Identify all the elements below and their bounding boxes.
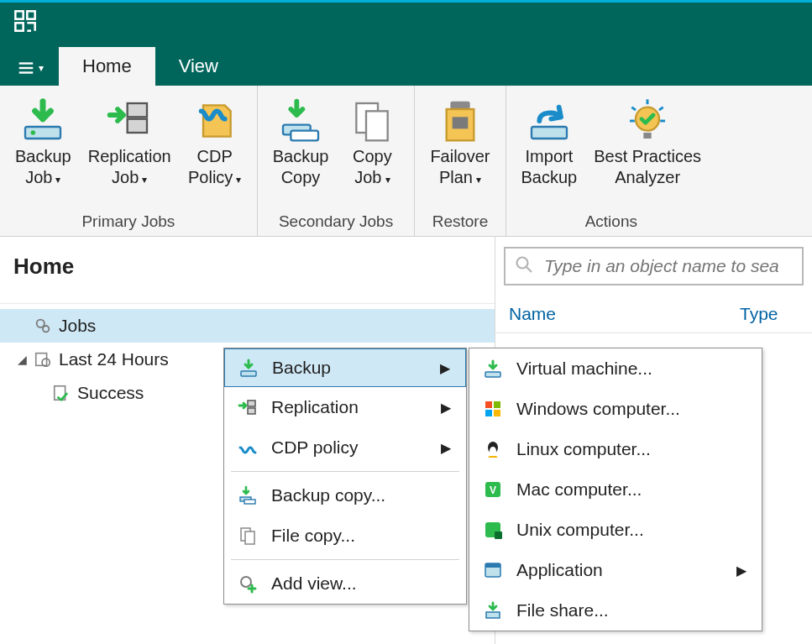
backup-copy-icon: [233, 485, 263, 505]
ribbon-group-label: Primary Jobs: [8, 211, 249, 233]
failover-plan-icon: [437, 97, 484, 144]
ribbon-group-restore: Failover Plan▾ Restore: [415, 86, 506, 236]
menu-item-linux-computer[interactable]: Linux computer...: [469, 429, 762, 469]
menu-label: Linux computer...: [516, 439, 747, 459]
clock-gear-icon: [30, 350, 55, 369]
menu-label: Mac computer...: [516, 479, 747, 500]
svg-text:V: V: [490, 484, 496, 496]
jobs-context-menu: Backup ▶ Replication ▶ CDP policy ▶ Back…: [223, 348, 467, 605]
column-header-name[interactable]: Name: [509, 304, 740, 324]
menu-label: File copy...: [271, 526, 451, 546]
menu-item-cdp-policy[interactable]: CDP policy ▶: [224, 427, 466, 468]
svg-rect-17: [532, 127, 567, 139]
tree-node-jobs[interactable]: Jobs: [0, 309, 495, 343]
main-menu-button[interactable]: ▾: [7, 59, 59, 86]
svg-rect-1: [27, 11, 34, 18]
collapse-icon[interactable]: ◢: [13, 353, 30, 366]
tree-label: Last 24 Hours: [59, 349, 169, 369]
import-backup-icon: [526, 97, 573, 144]
bulb-check-icon: [624, 97, 671, 144]
replication-job-button[interactable]: Replication Job▾: [81, 92, 178, 190]
backup-job-icon: [19, 97, 66, 144]
svg-point-30: [517, 257, 528, 268]
best-practices-analyzer-button[interactable]: Best Practices Analyzer: [587, 92, 708, 190]
svg-line-20: [631, 107, 636, 111]
svg-rect-36: [244, 500, 255, 504]
add-view-icon: [233, 573, 263, 594]
submenu-arrow-icon: ▶: [440, 360, 450, 376]
backup-copy-icon: [277, 97, 324, 144]
svg-rect-11: [291, 131, 318, 141]
menu-label: Windows computer...: [516, 399, 747, 419]
svg-line-31: [526, 267, 532, 272]
gears-icon: [30, 317, 55, 335]
nav-title: Home: [0, 237, 495, 304]
backup-copy-button[interactable]: Backup Copy: [266, 92, 336, 190]
menu-item-add-view[interactable]: Add view...: [224, 563, 466, 604]
copy-job-icon: [348, 97, 396, 144]
menu-separator: [231, 471, 459, 472]
search-box[interactable]: [504, 247, 804, 285]
ribbon-group-label: Actions: [515, 211, 709, 233]
svg-point-39: [241, 577, 251, 587]
search-input[interactable]: [542, 255, 794, 277]
menu-item-unix-computer[interactable]: Unix computer...: [469, 510, 762, 550]
failover-plan-button[interactable]: Failover Plan▾: [423, 92, 496, 190]
menu-label: Replication: [271, 397, 421, 417]
success-icon: [49, 384, 74, 402]
svg-rect-38: [245, 531, 254, 544]
svg-rect-41: [485, 401, 492, 408]
menu-item-application[interactable]: Application ▶: [469, 550, 762, 590]
replication-icon: [233, 397, 263, 417]
menu-item-mac-computer[interactable]: V Mac computer...: [469, 469, 762, 510]
ribbon-group-primary-jobs: Backup Job▾ Replication Job▾ CDP Policy▾…: [0, 86, 258, 236]
menu-label: Unix computer...: [516, 520, 747, 540]
menu-label: File share...: [516, 600, 747, 620]
submenu-arrow-icon: ▶: [441, 440, 451, 456]
svg-rect-16: [453, 117, 469, 128]
submenu-arrow-icon: ▶: [441, 400, 451, 416]
svg-point-46: [490, 447, 496, 455]
svg-rect-32: [241, 371, 256, 376]
menu-item-file-share[interactable]: File share...: [469, 590, 762, 631]
menu-label: Virtual machine...: [516, 359, 747, 379]
menu-item-backup-copy[interactable]: Backup copy...: [224, 475, 466, 516]
ribbon-group-label: Restore: [423, 211, 496, 233]
backup-icon: [233, 358, 264, 378]
svg-rect-0: [15, 11, 23, 18]
vm-icon: [478, 359, 508, 379]
svg-rect-6: [25, 127, 60, 139]
submenu-arrow-icon: ▶: [736, 563, 747, 579]
menu-item-backup[interactable]: Backup ▶: [224, 348, 466, 387]
menu-item-replication[interactable]: Replication ▶: [224, 387, 466, 427]
mac-icon: V: [478, 479, 508, 500]
svg-rect-8: [128, 103, 147, 117]
menu-item-virtual-machine[interactable]: Virtual machine...: [469, 348, 762, 389]
tab-home[interactable]: Home: [59, 47, 155, 86]
tree-label: Success: [77, 383, 144, 403]
tab-view[interactable]: View: [155, 47, 242, 86]
svg-rect-14: [450, 102, 469, 109]
copy-job-button[interactable]: Copy Job▾: [338, 92, 406, 190]
ribbon: Backup Job▾ Replication Job▾ CDP Policy▾…: [0, 86, 812, 237]
unix-icon: [478, 520, 508, 540]
menu-item-windows-computer[interactable]: Windows computer...: [469, 389, 762, 429]
column-header-type[interactable]: Type: [740, 304, 799, 324]
menu-label: Backup copy...: [271, 485, 451, 505]
import-backup-button[interactable]: Import Backup: [515, 92, 584, 190]
file-copy-icon: [233, 526, 263, 546]
cdp-policy-button[interactable]: CDP Policy▾: [181, 92, 249, 190]
tree-label: Jobs: [59, 316, 96, 336]
ribbon-group-secondary-jobs: Backup Copy Copy Job▾ Secondary Jobs: [258, 86, 416, 236]
svg-rect-33: [248, 401, 255, 406]
svg-rect-43: [485, 410, 492, 416]
ribbon-group-label: Secondary Jobs: [266, 211, 406, 233]
title-bar: [0, 0, 812, 44]
list-header: Name Type: [495, 296, 812, 333]
cdp-policy-icon: [191, 97, 238, 144]
svg-point-26: [43, 326, 49, 332]
file-share-icon: [478, 600, 508, 620]
menu-item-file-copy[interactable]: File copy...: [224, 516, 466, 556]
svg-rect-52: [485, 563, 500, 568]
backup-job-button[interactable]: Backup Job▾: [8, 92, 78, 190]
